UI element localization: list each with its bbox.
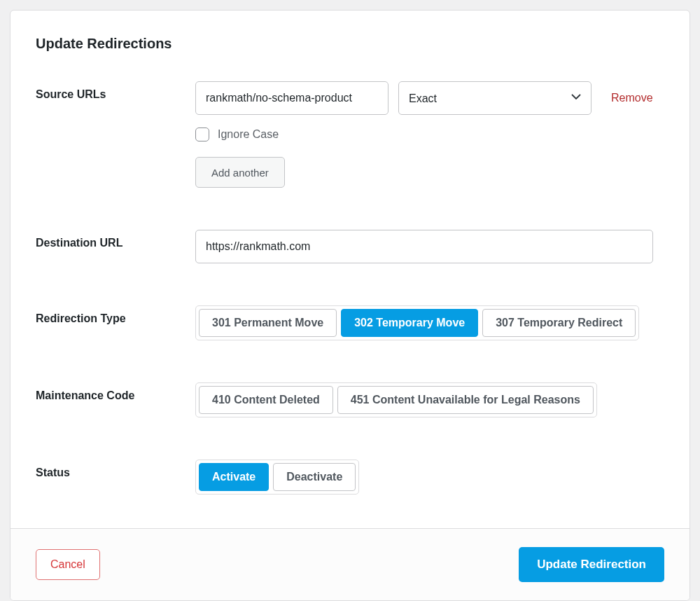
maintenance-code-451[interactable]: 451 Content Unavailable for Legal Reason… <box>337 386 594 414</box>
field-source-urls: Exact Remove Ignore Case Add another <box>195 81 664 188</box>
status-activate[interactable]: Activate <box>199 463 269 491</box>
row-maintenance-code: Maintenance Code 410 Content Deleted 451… <box>36 382 664 417</box>
label-status: Status <box>36 460 195 479</box>
label-maintenance-code: Maintenance Code <box>36 382 195 402</box>
status-deactivate[interactable]: Deactivate <box>273 463 356 491</box>
update-redirections-panel: Update Redirections Source URLs Exact Re… <box>10 10 690 601</box>
redirection-type-307[interactable]: 307 Temporary Redirect <box>482 309 636 337</box>
row-source-urls: Source URLs Exact Remove <box>36 81 664 188</box>
row-status: Status Activate Deactivate <box>36 460 664 495</box>
label-destination-url: Destination URL <box>36 230 195 249</box>
panel-body: Update Redirections Source URLs Exact Re… <box>10 11 690 528</box>
source-url-line: Exact Remove <box>195 81 664 115</box>
match-type-select-wrap: Exact <box>398 81 592 115</box>
remove-source-link[interactable]: Remove <box>611 92 653 104</box>
field-maintenance-code: 410 Content Deleted 451 Content Unavaila… <box>195 382 664 417</box>
field-status: Activate Deactivate <box>195 460 664 495</box>
destination-url-input[interactable] <box>195 230 653 263</box>
label-redirection-type: Redirection Type <box>36 305 195 325</box>
field-destination-url <box>195 230 664 263</box>
update-redirection-button[interactable]: Update Redirection <box>519 547 664 582</box>
match-type-select[interactable]: Exact <box>398 81 592 115</box>
redirection-type-301[interactable]: 301 Permanent Move <box>199 309 337 337</box>
row-redirection-type: Redirection Type 301 Permanent Move 302 … <box>36 305 664 340</box>
status-group: Activate Deactivate <box>195 460 359 495</box>
maintenance-code-410[interactable]: 410 Content Deleted <box>199 386 333 414</box>
ignore-case-label: Ignore Case <box>218 128 279 141</box>
source-url-input[interactable] <box>195 81 388 115</box>
page-title: Update Redirections <box>36 36 664 52</box>
label-source-urls: Source URLs <box>36 81 195 101</box>
cancel-button[interactable]: Cancel <box>36 549 100 580</box>
add-another-button[interactable]: Add another <box>195 157 285 188</box>
maintenance-code-group: 410 Content Deleted 451 Content Unavaila… <box>195 382 597 417</box>
row-destination-url: Destination URL <box>36 230 664 263</box>
panel-footer: Cancel Update Redirection <box>10 528 690 600</box>
redirection-type-302[interactable]: 302 Temporary Move <box>341 309 478 337</box>
ignore-case-checkbox[interactable] <box>195 127 209 141</box>
ignore-case-row: Ignore Case <box>195 127 664 141</box>
redirection-type-group: 301 Permanent Move 302 Temporary Move 30… <box>195 305 639 340</box>
field-redirection-type: 301 Permanent Move 302 Temporary Move 30… <box>195 305 664 340</box>
